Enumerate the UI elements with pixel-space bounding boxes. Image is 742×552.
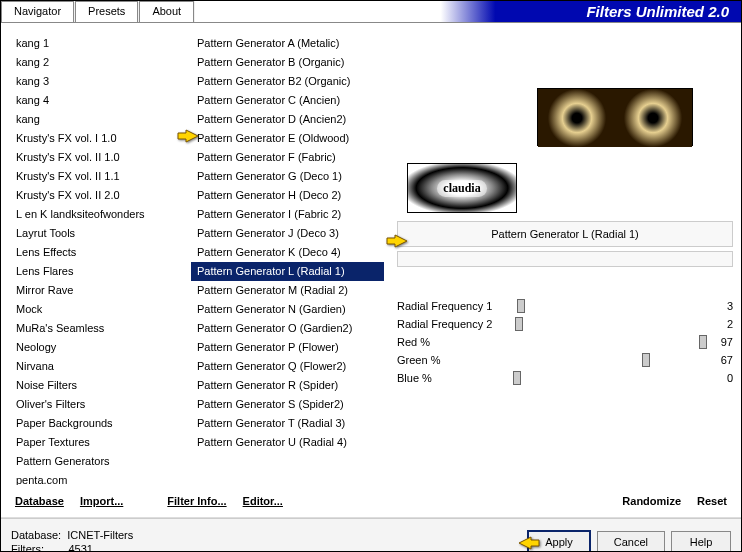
list-item[interactable]: Neology <box>10 338 183 357</box>
list-item[interactable]: Pattern Generator B (Organic) <box>191 53 384 72</box>
slider-row: Radial Frequency 13 <box>397 297 733 315</box>
app-title: Filters Unlimited 2.0 <box>195 1 741 22</box>
list-item[interactable]: Krusty's FX vol. II 1.1 <box>10 167 183 186</box>
list-item[interactable]: kang 3 <box>10 72 183 91</box>
list-item[interactable]: Pattern Generator M (Radial 2) <box>191 281 384 300</box>
list-item[interactable]: Krusty's FX vol. II 1.0 <box>10 148 183 167</box>
filters-label: Filters: <box>11 543 44 553</box>
slider-label: Radial Frequency 2 <box>397 318 517 330</box>
list-item[interactable]: Pattern Generator S (Spider2) <box>191 395 384 414</box>
header-bar: Navigator Presets About Filters Unlimite… <box>1 1 741 23</box>
list-item[interactable]: Paper Backgrounds <box>10 414 183 433</box>
watermark-text: claudia <box>437 180 486 197</box>
filter-column: Pattern Generator A (Metalic)Pattern Gen… <box>190 33 385 485</box>
slider-label: Blue % <box>397 372 517 384</box>
list-item[interactable]: penta.com <box>10 471 183 485</box>
watermark-image: claudia <box>407 163 517 213</box>
list-item[interactable]: Pattern Generator A (Metalic) <box>191 34 384 53</box>
list-item[interactable]: L en K landksiteofwonders <box>10 205 183 224</box>
list-item[interactable]: Layrut Tools <box>10 224 183 243</box>
filter-list[interactable]: Pattern Generator A (Metalic)Pattern Gen… <box>190 33 385 485</box>
list-item[interactable]: Krusty's FX vol. I 1.0 <box>10 129 183 148</box>
tab-navigator[interactable]: Navigator <box>1 1 74 22</box>
editor-button[interactable]: Editor... <box>239 489 287 513</box>
cancel-button[interactable]: Cancel <box>597 531 665 553</box>
list-item[interactable]: kang <box>10 110 183 129</box>
slider-track[interactable] <box>517 317 709 331</box>
list-item[interactable]: Krusty's FX vol. II 2.0 <box>10 186 183 205</box>
list-item[interactable]: Lens Flares <box>10 262 183 281</box>
database-value: ICNET-Filters <box>67 529 133 541</box>
progress-bar <box>397 251 733 267</box>
slider-thumb[interactable] <box>517 299 525 313</box>
list-item[interactable]: Pattern Generator U (Radial 4) <box>191 433 384 452</box>
slider-thumb[interactable] <box>513 371 521 385</box>
slider-value: 67 <box>709 354 733 366</box>
list-item[interactable]: Pattern Generator O (Gardien2) <box>191 319 384 338</box>
list-item[interactable]: Pattern Generator T (Radial 3) <box>191 414 384 433</box>
help-button[interactable]: Help <box>671 531 731 553</box>
database-button[interactable]: Database <box>11 489 68 513</box>
slider-thumb[interactable] <box>699 335 707 349</box>
list-item[interactable]: MuRa's Seamless <box>10 319 183 338</box>
footer: Database: ICNET-Filters Filters: 4531 Ap… <box>1 518 741 552</box>
slider-row: Red %97 <box>397 333 733 351</box>
list-item[interactable]: kang 1 <box>10 34 183 53</box>
list-item[interactable]: Lens Effects <box>10 243 183 262</box>
list-item[interactable]: Pattern Generator R (Spider) <box>191 376 384 395</box>
slider-thumb[interactable] <box>515 317 523 331</box>
tab-strip: Navigator Presets About <box>1 1 195 22</box>
list-item[interactable]: Pattern Generators <box>10 452 183 471</box>
reset-button[interactable]: Reset <box>693 489 731 513</box>
slider-value: 97 <box>709 336 733 348</box>
slider-label: Radial Frequency 1 <box>397 300 517 312</box>
list-item[interactable]: Pattern Generator N (Gardien) <box>191 300 384 319</box>
list-item[interactable]: Nirvana <box>10 357 183 376</box>
list-item[interactable]: Pattern Generator J (Deco 3) <box>191 224 384 243</box>
slider-value: 3 <box>709 300 733 312</box>
import-button[interactable]: Import... <box>76 489 127 513</box>
slider-thumb[interactable] <box>642 353 650 367</box>
slider-track[interactable] <box>517 299 709 313</box>
list-item[interactable]: Pattern Generator D (Ancien2) <box>191 110 384 129</box>
main-content: kang 1kang 2kang 3kang 4kangKrusty's FX … <box>1 23 741 485</box>
slider-row: Blue %0 <box>397 369 733 387</box>
list-item[interactable]: Pattern Generator L (Radial 1) <box>191 262 384 281</box>
slider-panel: Radial Frequency 13Radial Frequency 22Re… <box>397 297 733 387</box>
slider-track[interactable] <box>517 335 709 349</box>
list-item[interactable]: Pattern Generator H (Deco 2) <box>191 186 384 205</box>
list-item[interactable]: Pattern Generator G (Deco 1) <box>191 167 384 186</box>
list-item[interactable]: Pattern Generator B2 (Organic) <box>191 72 384 91</box>
database-info: Database: ICNET-Filters Filters: 4531 <box>11 528 311 553</box>
filters-value: 4531 <box>68 543 92 553</box>
slider-track[interactable] <box>517 353 709 367</box>
list-item[interactable]: Pattern Generator F (Fabric) <box>191 148 384 167</box>
list-item[interactable]: Pattern Generator P (Flower) <box>191 338 384 357</box>
slider-value: 2 <box>709 318 733 330</box>
list-item[interactable]: Pattern Generator I (Fabric 2) <box>191 205 384 224</box>
apply-button[interactable]: Apply <box>527 530 591 553</box>
category-list[interactable]: kang 1kang 2kang 3kang 4kangKrusty's FX … <box>9 33 184 485</box>
list-item[interactable]: Oliver's Filters <box>10 395 183 414</box>
slider-value: 0 <box>709 372 733 384</box>
list-item[interactable]: Noise Filters <box>10 376 183 395</box>
list-item[interactable]: kang 2 <box>10 53 183 72</box>
list-item[interactable]: Mock <box>10 300 183 319</box>
list-item[interactable]: kang 4 <box>10 91 183 110</box>
database-label: Database: <box>11 529 61 541</box>
randomize-button[interactable]: Randomize <box>618 489 685 513</box>
list-item[interactable]: Paper Textures <box>10 433 183 452</box>
list-item[interactable]: Pattern Generator Q (Flower2) <box>191 357 384 376</box>
preview-column: claudia Pattern Generator L (Radial 1) R… <box>391 33 733 485</box>
tab-presets[interactable]: Presets <box>75 1 138 22</box>
list-item[interactable]: Pattern Generator K (Deco 4) <box>191 243 384 262</box>
filter-info-button[interactable]: Filter Info... <box>163 489 230 513</box>
list-item[interactable]: Pattern Generator C (Ancien) <box>191 91 384 110</box>
toolbar: Database Import... Filter Info... Editor… <box>1 485 741 518</box>
filter-name-label: Pattern Generator L (Radial 1) <box>397 221 733 247</box>
preview-image <box>537 88 693 146</box>
slider-track[interactable] <box>517 371 709 385</box>
tab-about[interactable]: About <box>139 1 194 22</box>
list-item[interactable]: Mirror Rave <box>10 281 183 300</box>
list-item[interactable]: Pattern Generator E (Oldwood) <box>191 129 384 148</box>
